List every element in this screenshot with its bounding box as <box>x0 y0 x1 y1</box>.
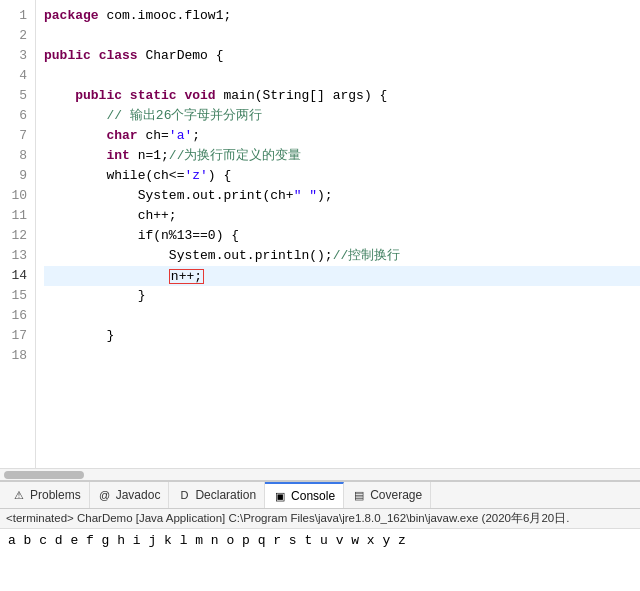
code-token: 'a' <box>169 126 192 146</box>
tabs-bar: ⚠Problems@JavadocDDeclaration▣Console▤Co… <box>0 481 640 509</box>
code-token: ch= <box>138 126 169 146</box>
problems-tab[interactable]: ⚠Problems <box>4 482 90 508</box>
horizontal-scrollbar[interactable] <box>0 468 640 480</box>
console-header: <terminated> CharDemo [Java Application]… <box>0 509 640 529</box>
code-token: if(n%13==0) { <box>138 226 239 246</box>
code-token: " " <box>294 186 317 206</box>
code-token: while(ch<= <box>106 166 184 186</box>
bottom-panel: ⚠Problems@JavadocDDeclaration▣Console▤Co… <box>0 481 640 591</box>
code-line <box>44 306 640 326</box>
code-token: void <box>184 86 215 106</box>
code-token: char <box>106 126 137 146</box>
code-line: } <box>44 286 640 306</box>
problems-tab-icon: ⚠ <box>12 488 26 502</box>
code-line: package com.imooc.flow1; <box>44 6 640 26</box>
problems-tab-label: Problems <box>30 488 81 502</box>
code-token: ); <box>317 186 333 206</box>
boxed-code: n++; <box>169 269 204 284</box>
coverage-tab[interactable]: ▤Coverage <box>344 482 431 508</box>
code-token: int <box>106 146 129 166</box>
code-token: ; <box>192 126 200 146</box>
code-line: ch++; <box>44 206 640 226</box>
javadoc-tab-label: Javadoc <box>116 488 161 502</box>
code-line <box>44 66 640 86</box>
code-token: //为换行而定义的变量 <box>169 146 302 166</box>
code-line: public static void main(String[] args) { <box>44 86 640 106</box>
console-tab-label: Console <box>291 489 335 503</box>
javadoc-tab-icon: @ <box>98 488 112 502</box>
declaration-tab[interactable]: DDeclaration <box>169 482 265 508</box>
code-line: System.out.println();//控制换行 <box>44 246 640 266</box>
line-numbers: 123456789101112131415161718 <box>0 0 36 468</box>
code-line: System.out.print(ch+" "); <box>44 186 640 206</box>
code-content: package com.imooc.flow1;public class Cha… <box>36 0 640 468</box>
code-token: com.imooc.flow1; <box>99 6 232 26</box>
code-token: main(String[] args) { <box>216 86 388 106</box>
declaration-tab-label: Declaration <box>195 488 256 502</box>
console-output: a b c d e f g h i j k l m n o p q r s t … <box>0 529 640 591</box>
code-token: static <box>130 86 177 106</box>
code-line: public class CharDemo { <box>44 46 640 66</box>
code-token: ) { <box>208 166 231 186</box>
code-token: package <box>44 6 99 26</box>
declaration-tab-icon: D <box>177 488 191 502</box>
code-line <box>44 346 640 366</box>
code-token: //控制换行 <box>333 246 401 266</box>
code-line <box>44 26 640 46</box>
code-token: } <box>138 286 146 306</box>
code-token: System.out.print(ch+ <box>138 186 294 206</box>
code-line: int n=1;//为换行而定义的变量 <box>44 146 640 166</box>
console-tab-icon: ▣ <box>273 489 287 503</box>
code-area: 123456789101112131415161718 package com.… <box>0 0 640 468</box>
code-token: } <box>106 326 114 346</box>
code-token <box>122 86 130 106</box>
code-line: // 输出26个字母并分两行 <box>44 106 640 126</box>
scrollbar-thumb[interactable] <box>4 471 84 479</box>
code-editor: 123456789101112131415161718 package com.… <box>0 0 640 481</box>
code-line: char ch='a'; <box>44 126 640 146</box>
code-token: public <box>75 86 122 106</box>
code-token: n=1; <box>130 146 169 166</box>
coverage-tab-label: Coverage <box>370 488 422 502</box>
code-token: // 输出26个字母并分两行 <box>106 106 262 126</box>
code-token <box>177 86 185 106</box>
code-token <box>91 46 99 66</box>
code-token: class <box>99 46 138 66</box>
code-token: ch++; <box>138 206 177 226</box>
coverage-tab-icon: ▤ <box>352 488 366 502</box>
code-token: 'z' <box>184 166 207 186</box>
code-line: if(n%13==0) { <box>44 226 640 246</box>
code-line: } <box>44 326 640 346</box>
code-token: public <box>44 46 91 66</box>
console-tab[interactable]: ▣Console <box>265 482 344 508</box>
javadoc-tab[interactable]: @Javadoc <box>90 482 170 508</box>
code-line: while(ch<='z') { <box>44 166 640 186</box>
code-line: n++; <box>44 266 640 286</box>
code-token: System.out.println(); <box>169 246 333 266</box>
code-token: CharDemo { <box>138 46 224 66</box>
